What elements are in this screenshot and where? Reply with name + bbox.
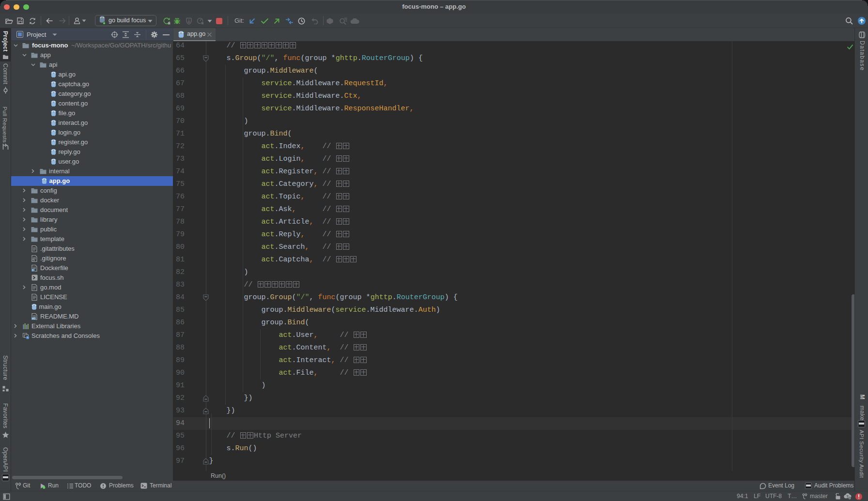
svg-text:D: D [32, 269, 34, 272]
svg-text:MD: MD [32, 317, 36, 320]
svg-text:?: ? [846, 494, 849, 499]
